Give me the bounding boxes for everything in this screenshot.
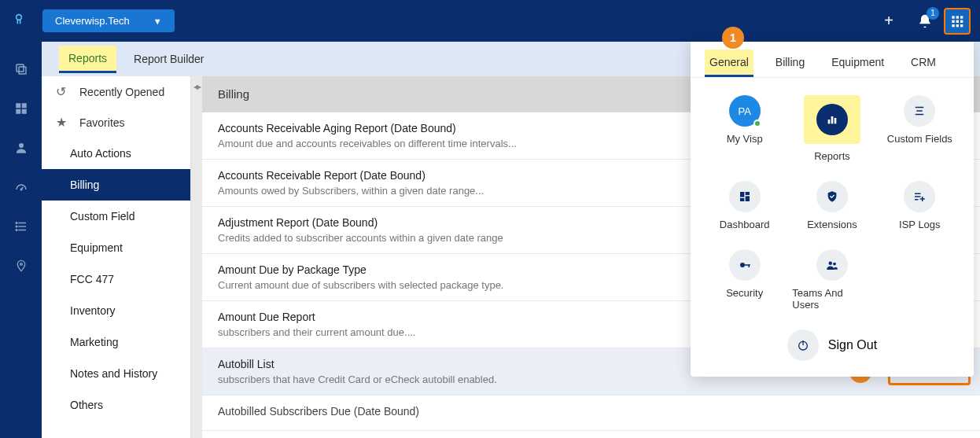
sidebar-cat-others[interactable]: Others [42, 389, 190, 421]
svg-rect-3 [960, 16, 963, 18]
app-logo-icon [9, 12, 28, 31]
sidebar-cat-marketing[interactable]: Marketing [42, 326, 190, 358]
svg-point-44 [828, 262, 832, 266]
report-title: Autobilled Subscribers Due (Date Bound) [218, 405, 964, 418]
apps-grid: PA My Visp Reports Custom Fields Dashboa… [691, 78, 974, 377]
svg-rect-14 [16, 109, 20, 114]
report-row[interactable]: Autobilled Subscribers Due (Date Bound) [202, 396, 980, 431]
svg-rect-34 [745, 196, 749, 201]
top-header: Cleverwisp.Tech ▼ + 1 [0, 0, 980, 42]
app-security[interactable]: Security [705, 249, 784, 311]
app-extensions[interactable]: Extensions [792, 181, 871, 230]
svg-rect-7 [952, 24, 954, 27]
resize-handle[interactable]: ◂▸ [191, 76, 202, 438]
sidebar-cat-custom-field[interactable]: Custom Field [42, 201, 190, 232]
sidebar-label: Recently Opened [79, 86, 164, 98]
svg-rect-10 [19, 67, 26, 74]
svg-rect-8 [956, 24, 959, 27]
svg-rect-15 [21, 109, 26, 114]
svg-rect-28 [834, 118, 837, 123]
apps-tab-general[interactable]: General [705, 50, 753, 77]
app-label: Custom Fields [887, 133, 952, 145]
svg-rect-35 [740, 198, 744, 201]
app-label: Teams And Users [792, 287, 871, 311]
svg-point-23 [16, 226, 17, 227]
sidebar-cat-inventory[interactable]: Inventory [42, 295, 190, 326]
svg-rect-32 [740, 192, 744, 197]
app-my-visp[interactable]: PA My Visp [705, 95, 784, 162]
status-dot-icon [753, 120, 761, 127]
left-icon-rail [0, 42, 42, 438]
notifications-button[interactable]: 1 [912, 9, 938, 34]
svg-point-45 [833, 263, 836, 266]
rail-user-icon[interactable] [13, 139, 30, 156]
bar-chart-icon [816, 104, 848, 135]
svg-point-24 [16, 230, 17, 231]
apps-popover: General Billing Equipment CRM PA My Visp… [691, 42, 974, 377]
sidebar-recently-opened[interactable]: ↺ Recently Opened [42, 76, 190, 107]
app-label: Security [726, 287, 763, 299]
apps-menu-button[interactable] [944, 8, 971, 35]
users-icon [816, 249, 848, 281]
sidebar-label: Favorites [79, 116, 125, 129]
reports-sidebar: ↺ Recently Opened ★ Favorites Auto Actio… [42, 76, 191, 438]
rail-gauge-icon[interactable] [13, 179, 30, 196]
svg-rect-9 [960, 24, 963, 27]
sidebar-cat-auto-actions[interactable]: Auto Actions [42, 138, 190, 169]
svg-rect-5 [956, 20, 959, 22]
rail-dashboard-icon[interactable] [13, 100, 30, 117]
add-button[interactable]: + [876, 9, 901, 34]
svg-line-18 [21, 187, 23, 190]
rail-list-icon[interactable] [13, 218, 30, 235]
notification-badge: 1 [927, 7, 939, 20]
svg-point-25 [20, 263, 22, 266]
svg-point-41 [740, 263, 745, 267]
svg-point-16 [19, 143, 24, 148]
app-teams-users[interactable]: Teams And Users [792, 249, 871, 311]
app-label: Dashboard [720, 219, 770, 230]
rail-location-icon[interactable] [13, 257, 30, 274]
sidebar-cat-billing[interactable]: Billing [42, 169, 190, 201]
app-label: Extensions [807, 219, 857, 230]
tab-report-builder[interactable]: Report Builder [124, 46, 214, 72]
dashboard-icon [729, 181, 761, 212]
lines-icon [904, 95, 935, 127]
apps-tab-equipment[interactable]: Equipment [827, 50, 889, 77]
sidebar-cat-fcc477[interactable]: FCC 477 [42, 263, 190, 295]
app-reports[interactable]: Reports [792, 95, 871, 162]
svg-rect-13 [21, 103, 26, 108]
avatar-icon: PA [729, 95, 761, 127]
chevron-down-icon: ▼ [153, 17, 162, 26]
svg-rect-43 [748, 264, 750, 267]
svg-point-22 [16, 223, 17, 224]
list-add-icon [904, 181, 935, 212]
app-dashboard[interactable]: Dashboard [705, 181, 784, 230]
app-custom-fields[interactable]: Custom Fields [880, 95, 960, 162]
power-icon [787, 329, 819, 361]
svg-rect-1 [952, 16, 954, 18]
signout-label: Sign Out [828, 338, 877, 352]
svg-rect-11 [17, 64, 24, 72]
apps-tab-crm[interactable]: CRM [906, 50, 941, 77]
svg-rect-2 [956, 16, 959, 18]
sidebar-cat-equipment[interactable]: Equipment [42, 232, 190, 263]
svg-point-0 [17, 14, 22, 20]
tenant-name: Cleverwisp.Tech [55, 15, 130, 27]
app-label: Reports [814, 150, 850, 162]
callout-badge-1: 1 [722, 27, 744, 49]
sidebar-favorites[interactable]: ★ Favorites [42, 107, 190, 138]
app-isp-logs[interactable]: ISP Logs [880, 181, 960, 230]
svg-rect-33 [745, 192, 749, 195]
star-icon: ★ [56, 115, 68, 130]
app-label: ISP Logs [899, 219, 941, 230]
tab-reports[interactable]: Reports [59, 46, 116, 73]
app-label: My Visp [727, 133, 763, 145]
app-sign-out[interactable]: Sign Out [705, 329, 960, 366]
history-icon: ↺ [56, 84, 68, 99]
sidebar-cat-notes[interactable]: Notes and History [42, 358, 190, 389]
rail-copy-icon[interactable] [13, 61, 30, 78]
apps-tab-billing[interactable]: Billing [771, 50, 809, 77]
grip-icon: ◂▸ [193, 81, 200, 92]
tenant-selector[interactable]: Cleverwisp.Tech ▼ [42, 9, 175, 32]
svg-rect-4 [952, 20, 954, 22]
